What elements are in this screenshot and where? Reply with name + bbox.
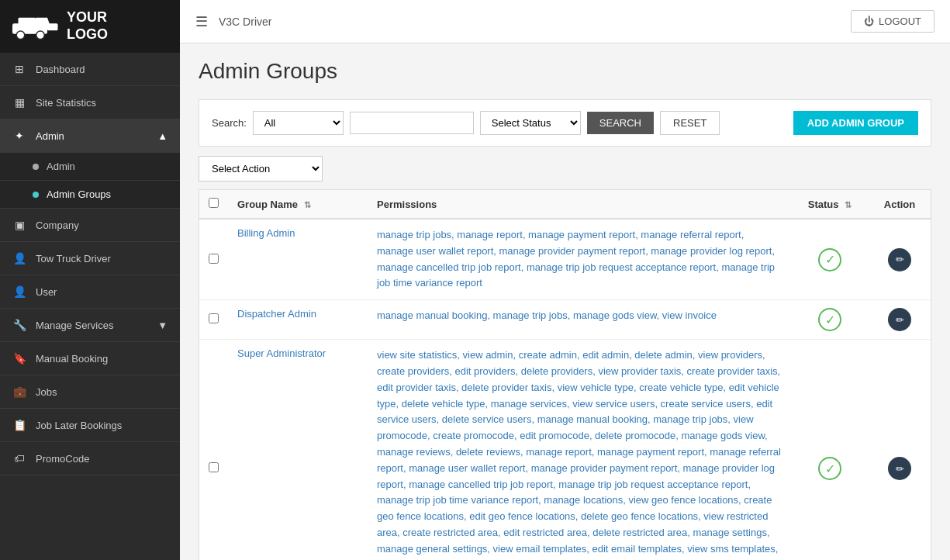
sidebar-item-label: Tow Truck Driver xyxy=(36,253,111,264)
status-active-icon[interactable]: ✓ xyxy=(818,248,841,271)
dashboard-icon: ⊞ xyxy=(12,62,26,76)
sidebar-sub-item-label: Admin Groups xyxy=(47,188,111,200)
sidebar-item-manage-services[interactable]: 🔧 Manage Services ▼ xyxy=(0,309,180,342)
edit-button[interactable]: ✏ xyxy=(888,248,911,271)
table-container: Group Name ⇅ Permissions Status ⇅ Action xyxy=(199,189,931,560)
sidebar-item-label: Site Statistics xyxy=(36,97,96,109)
permissions-cell: view site statistics, view admin, create… xyxy=(368,340,791,560)
power-icon: ⏻ xyxy=(864,16,874,27)
search-label: Search: xyxy=(212,117,247,129)
sidebar-item-label: Manage Services xyxy=(36,320,113,331)
search-bar: Search: All Group Name Permissions Selec… xyxy=(199,99,931,147)
sort-icon-status: ⇅ xyxy=(845,200,852,209)
status-cell: ✓ xyxy=(791,300,869,340)
group-name-cell: Billing Admin xyxy=(228,219,368,300)
sidebar-sub-item-admin-groups[interactable]: Admin Groups xyxy=(0,181,180,209)
admin-groups-table: Group Name ⇅ Permissions Status ⇅ Action xyxy=(199,190,931,560)
sidebar-logo: YOUR LOGO xyxy=(0,0,180,53)
group-name-link[interactable]: Dispatcher Admin xyxy=(237,308,316,320)
group-name-link[interactable]: Billing Admin xyxy=(237,227,295,239)
sidebar-item-dashboard[interactable]: ⊞ Dashboard xyxy=(0,53,180,86)
search-input[interactable] xyxy=(350,112,474,134)
filter-select[interactable]: All Group Name Permissions xyxy=(253,111,344,135)
sidebar-item-label: User xyxy=(36,286,57,298)
sidebar-sub-item-label: Admin xyxy=(47,161,75,172)
row-checkbox-cell xyxy=(199,300,228,340)
sidebar-item-company[interactable]: ▣ Company xyxy=(0,209,180,242)
chevron-up-icon: ▲ xyxy=(157,130,168,142)
add-admin-group-button[interactable]: ADD ADMIN GROUP xyxy=(793,111,918,135)
sidebar-item-promo-code[interactable]: 🏷 PromoCode xyxy=(0,442,180,475)
group-name-link[interactable]: Super Administrator xyxy=(237,347,326,359)
sidebar-item-tow-truck-driver[interactable]: 👤 Tow Truck Driver xyxy=(0,242,180,275)
svg-point-1 xyxy=(16,31,25,40)
logo-text: YOUR LOGO xyxy=(67,9,108,43)
logout-label: LOGOUT xyxy=(879,16,921,27)
action-cell: ✏ xyxy=(869,300,931,340)
sidebar-item-label: Admin xyxy=(36,130,64,142)
main-area: ☰ V3C Driver ⏻ LOGOUT Admin Groups Searc… xyxy=(180,0,950,560)
sidebar-sub-item-admin[interactable]: Admin xyxy=(0,153,180,181)
action-row: Select Action Delete xyxy=(199,156,931,181)
th-action: Action xyxy=(869,190,931,219)
status-active-icon[interactable]: ✓ xyxy=(818,308,841,331)
top-header: ☰ V3C Driver ⏻ LOGOUT xyxy=(180,0,950,43)
sidebar-item-site-statistics[interactable]: ▦ Site Statistics xyxy=(0,86,180,119)
select-all-checkbox[interactable] xyxy=(209,198,219,208)
table-row: Dispatcher Admin manage manual booking, … xyxy=(199,300,931,340)
status-select[interactable]: Select Status Active Inactive xyxy=(480,111,581,135)
hamburger-icon[interactable]: ☰ xyxy=(195,13,208,30)
sidebar-item-label: Job Later Bookings xyxy=(36,420,122,431)
sidebar-item-label: Manual Booking xyxy=(36,353,108,365)
breadcrumb: V3C Driver xyxy=(219,16,271,28)
logo-icon xyxy=(12,11,59,42)
edit-button[interactable]: ✏ xyxy=(888,308,911,331)
svg-rect-6 xyxy=(47,23,58,30)
reset-button[interactable]: RESET xyxy=(660,111,720,135)
logout-button[interactable]: ⏻ LOGOUT xyxy=(851,10,934,33)
group-name-cell: Dispatcher Admin xyxy=(228,300,368,340)
sidebar-item-user[interactable]: 👤 User xyxy=(0,275,180,309)
sidebar-item-label: Jobs xyxy=(36,386,57,398)
status-active-icon[interactable]: ✓ xyxy=(818,457,841,480)
page-title: Admin Groups xyxy=(199,59,931,84)
sidebar-item-label: Dashboard xyxy=(36,64,85,75)
sidebar-item-job-later-bookings[interactable]: 📋 Job Later Bookings xyxy=(0,409,180,442)
sidebar-item-label: PromoCode xyxy=(36,453,89,465)
search-button[interactable]: SEARCH xyxy=(587,112,654,134)
table-row: Super Administrator view site statistics… xyxy=(199,340,931,560)
permissions-cell: manage trip jobs, manage report, manage … xyxy=(368,219,791,300)
row-checkbox[interactable] xyxy=(209,462,219,472)
permissions-cell: manage manual booking, manage trip jobs,… xyxy=(368,300,791,340)
edit-button[interactable]: ✏ xyxy=(888,457,911,480)
row-checkbox[interactable] xyxy=(209,254,219,264)
action-select[interactable]: Select Action Delete xyxy=(199,156,323,181)
th-checkbox xyxy=(199,190,228,219)
building-icon: ▣ xyxy=(12,218,26,232)
user-icon: 👤 xyxy=(12,285,26,299)
group-name-cell: Super Administrator xyxy=(228,340,368,560)
sidebar-item-jobs[interactable]: 💼 Jobs xyxy=(0,375,180,409)
chevron-down-icon: ▼ xyxy=(157,320,168,331)
page-content: Admin Groups Search: All Group Name Perm… xyxy=(180,43,950,560)
bar-chart-icon: ▦ xyxy=(12,95,26,109)
dot-icon xyxy=(33,164,39,170)
bookmark-icon: 🔖 xyxy=(12,351,26,365)
row-checkbox-cell xyxy=(199,219,228,300)
admin-icon: ✦ xyxy=(12,129,26,143)
status-cell: ✓ xyxy=(791,340,869,560)
tag-icon: 🏷 xyxy=(12,451,26,465)
sidebar: YOUR LOGO ⊞ Dashboard ▦ Site Statistics … xyxy=(0,0,180,560)
permissions-text: manage manual booking, manage trip jobs,… xyxy=(377,309,717,321)
person-icon: 👤 xyxy=(12,251,26,265)
permissions-text: manage trip jobs, manage report, manage … xyxy=(377,229,775,289)
row-checkbox-cell xyxy=(199,340,228,560)
table-row: Billing Admin manage trip jobs, manage r… xyxy=(199,219,931,300)
row-checkbox[interactable] xyxy=(209,313,219,323)
calendar-icon: 📋 xyxy=(12,418,26,432)
th-group-name: Group Name ⇅ xyxy=(228,190,368,219)
status-cell: ✓ xyxy=(791,219,869,300)
th-status: Status ⇅ xyxy=(791,190,869,219)
sidebar-item-admin[interactable]: ✦ Admin ▲ xyxy=(0,119,180,153)
sidebar-item-manual-booking[interactable]: 🔖 Manual Booking xyxy=(0,342,180,375)
